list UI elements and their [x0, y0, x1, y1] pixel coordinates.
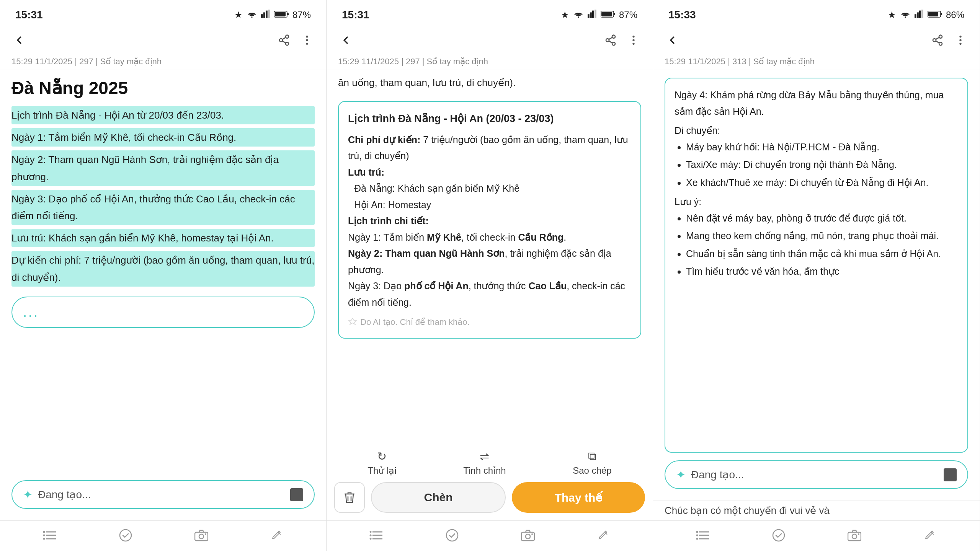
ai-note-list: Nên đặt vé máy bay, phòng ở trước để đượ… — [675, 210, 958, 280]
edit-icon-1[interactable] — [271, 529, 284, 543]
check-icon-2[interactable] — [446, 529, 459, 543]
retry-label: Thử lại — [368, 465, 396, 476]
svg-point-74 — [696, 538, 698, 540]
svg-rect-2 — [266, 11, 268, 18]
svg-line-10 — [282, 41, 286, 43]
highlight-text-4: Ngày 3: Dạo phố cổ Hội An, thưởng thức C… — [11, 190, 315, 225]
cut-text: ăn uống, tham quan, lưu trú, di chuyển). — [327, 70, 653, 91]
svg-point-8 — [279, 39, 283, 42]
ai-move-1: Máy bay khứ hồi: Hà Nội/TP.HCM - Đà Nẵng… — [686, 139, 958, 155]
highlight-text-3: Ngày 2: Tham quan Ngũ Hành Sơn, trải ngh… — [11, 150, 315, 186]
svg-point-38 — [632, 36, 634, 37]
back-button-3[interactable] — [665, 33, 680, 48]
svg-line-65 — [936, 37, 939, 39]
bluetooth-icon: ★ — [234, 10, 243, 20]
ai-day4: Ngày 4: Khám phá rừng dừa Bảy Mẫu bằng t… — [675, 87, 958, 119]
ai-move-2: Taxi/Xe máy: Di chuyển trong nội thành Đ… — [686, 156, 958, 173]
svg-rect-56 — [919, 11, 921, 18]
copy-button[interactable]: ⧉ Sao chép — [573, 450, 611, 476]
edit-icon-2[interactable] — [597, 529, 610, 543]
ai-response-box: Lịch trình Đà Nẵng - Hội An (20/03 - 23/… — [338, 101, 641, 339]
more-icon-3[interactable] — [953, 33, 968, 48]
status-icons-1: ★ 87% — [234, 10, 311, 20]
svg-point-78 — [858, 533, 859, 535]
delete-button[interactable] — [334, 482, 365, 513]
svg-rect-60 — [928, 12, 938, 16]
retry-icon: ↻ — [377, 450, 387, 463]
back-button-2[interactable] — [338, 33, 353, 48]
retry-button[interactable]: ↻ Thử lại — [368, 450, 396, 476]
ai-response-box-3: Ngày 4: Khám phá rừng dừa Bảy Mẫu bằng t… — [665, 78, 968, 453]
back-button-1[interactable] — [11, 33, 27, 48]
wifi-icon — [247, 10, 257, 20]
more-icon-2[interactable] — [626, 33, 641, 48]
replace-label: Thay thế — [555, 491, 603, 504]
svg-rect-29 — [595, 10, 596, 18]
svg-point-9 — [286, 42, 289, 45]
bottom-text: Chúc bạn có một chuyến đi vui vẻ và — [653, 500, 980, 520]
status-icons-2: ★ 87% — [561, 10, 637, 20]
share-icon-1[interactable] — [276, 33, 292, 48]
svg-rect-6 — [275, 12, 286, 16]
edit-icon-3[interactable] — [924, 529, 937, 543]
ai-detail-label: Lịch trình chi tiết: — [348, 213, 631, 229]
spark-icon-1: ✦ — [23, 488, 33, 501]
adjust-label: Tinh chỉnh — [463, 465, 506, 476]
svg-point-46 — [369, 531, 371, 533]
camera-icon-2[interactable] — [521, 529, 535, 543]
ai-day3-text: Ngày 3: Dạo phố cổ Hội An, thưởng thức C… — [348, 280, 625, 308]
svg-rect-28 — [592, 11, 594, 18]
share-icon-3[interactable] — [930, 33, 945, 48]
list-icon-1[interactable] — [43, 530, 57, 543]
content-area-2: Lịch trình Đà Nẵng - Hội An (20/03 - 23/… — [327, 91, 653, 443]
svg-point-72 — [696, 531, 698, 533]
stop-button-3[interactable] — [944, 468, 957, 481]
highlight-text-1: Lịch trình Đà Nẵng - Hội An từ 20/03 đến… — [11, 106, 315, 124]
insert-button[interactable]: Chèn — [371, 482, 506, 513]
battery-text-2: 87% — [619, 10, 637, 20]
screen-3: 15:33 ★ 86% 15:29 — [653, 0, 980, 551]
wifi-icon-2 — [573, 10, 584, 20]
copy-label: Sao chép — [573, 465, 611, 476]
ai-day2-pre: Ngày 2: — [348, 248, 382, 259]
ai-stay-2: Hội An: Homestay — [348, 197, 631, 213]
ai-cost-label: Chi phí dự kiến: — [348, 134, 420, 145]
share-icon-2[interactable] — [603, 33, 618, 48]
insert-label: Chèn — [424, 491, 453, 504]
check-icon-3[interactable] — [772, 529, 785, 543]
ellipsis-dots: ... — [23, 304, 39, 320]
time-3: 15:33 — [668, 9, 696, 21]
ai-move-3: Xe khách/Thuê xe máy: Di chuyển từ Đà Nẵ… — [686, 174, 958, 191]
ellipsis-box: ... — [11, 297, 315, 328]
time-2: 15:31 — [342, 9, 369, 21]
adjust-button[interactable]: ⇌ Tinh chỉnh — [463, 450, 506, 476]
stop-button-1[interactable] — [290, 488, 303, 501]
bottom-toolbar-3 — [653, 520, 980, 551]
generating-label-1: Đang tạo... — [38, 488, 91, 501]
highlight-text-6: Dự kiến chi phí: 7 triệu/người (bao gồm … — [11, 251, 315, 286]
camera-icon-1[interactable] — [194, 529, 208, 543]
list-icon-3[interactable] — [696, 530, 710, 543]
ai-box-label: Do AI tạo. Chỉ để tham khảo. — [348, 315, 631, 329]
svg-point-13 — [306, 39, 308, 41]
signal-icon — [261, 10, 270, 20]
signal-icon-3 — [915, 10, 924, 20]
generating-bar-1[interactable]: ✦ Đang tạo... — [11, 480, 315, 509]
check-icon-1[interactable] — [119, 529, 132, 543]
camera-icon-3[interactable] — [848, 529, 861, 543]
svg-point-20 — [43, 538, 45, 540]
svg-rect-32 — [601, 12, 612, 16]
more-icon-1[interactable] — [299, 33, 315, 48]
battery-text-1: 87% — [292, 10, 311, 20]
svg-point-52 — [531, 533, 533, 535]
svg-line-64 — [936, 41, 939, 43]
replace-button[interactable]: Thay thế — [512, 482, 645, 513]
generating-bar-3[interactable]: ✦ Đang tạo... — [665, 460, 968, 489]
ai-day1-pre: Ngày 1: Tắm biển — [348, 232, 427, 243]
nav-icons-right-1 — [276, 33, 315, 48]
svg-point-12 — [306, 36, 308, 37]
bluetooth-icon-2: ★ — [561, 10, 569, 20]
list-icon-2[interactable] — [369, 530, 383, 543]
wifi-icon-3 — [900, 10, 911, 20]
nav-icons-right-3 — [930, 33, 968, 48]
